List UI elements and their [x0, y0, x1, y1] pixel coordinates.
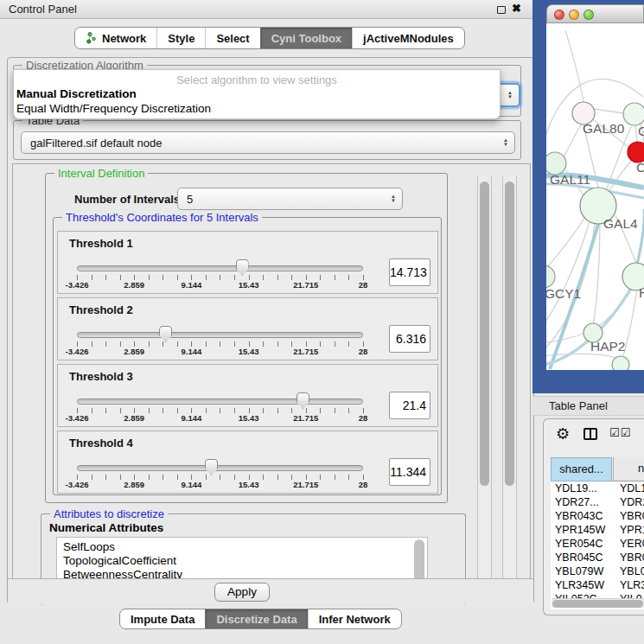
thresholds-group: Threshold's Coordinates for 5 Intervals … [53, 217, 442, 495]
panel-scrollbar[interactable] [502, 176, 517, 583]
table-row[interactable]: YBR045CYBR0 [551, 551, 644, 564]
numerical-attributes-label: Numerical Attributes [49, 521, 163, 534]
network-edge[interactable] [564, 124, 582, 157]
network-node-g[interactable] [623, 103, 644, 125]
tab-jactivemnodules[interactable]: jActiveMNodules [352, 28, 464, 48]
threshold-label: Threshold 4 [69, 437, 133, 450]
table-header: shared... na [551, 457, 644, 481]
cell-name: YBL0 [620, 564, 644, 578]
tab-label: Discretize Data [216, 613, 296, 626]
gear-icon[interactable]: ⚙ [556, 424, 570, 443]
slider-track[interactable] [77, 332, 363, 338]
column-header-shared-name[interactable]: shared... [551, 457, 612, 481]
apply-bar: Apply [8, 578, 533, 604]
network-edge[interactable] [635, 125, 637, 143]
network-edge[interactable] [565, 30, 583, 102]
attribute-item-topologicalcoefficient[interactable]: TopologicalCoefficient [57, 554, 427, 568]
number-of-intervals-value: 5 [187, 188, 193, 209]
table-row[interactable]: YBL079WYBL0 [551, 564, 644, 578]
network-node-gcy1[interactable] [546, 265, 555, 288]
table-hscrollbar[interactable] [552, 598, 644, 608]
tab-network[interactable]: Network [75, 28, 156, 48]
apply-button[interactable]: Apply [214, 583, 270, 602]
network-canvas[interactable]: GAL80GCGAL11GAL4GCY1HHAP2 [546, 23, 644, 370]
network-window: GAL80GCGAL11GAL4GCY1HHAP2 [532, 0, 644, 393]
table-hscrollbar-thumb[interactable] [552, 600, 643, 608]
tab-impute-data[interactable]: Impute Data [120, 609, 205, 628]
content-scrollbar-thumb[interactable] [480, 182, 489, 486]
threshold-value-field[interactable]: 6.316 [389, 325, 430, 353]
tab-discretize-data[interactable]: Discretize Data [205, 609, 307, 628]
close-traffic-light[interactable] [554, 10, 564, 20]
tick-label: 2.859 [124, 413, 144, 423]
table-row[interactable]: YER054CYER0 [551, 537, 644, 551]
network-node-label: GAL80 [583, 121, 625, 136]
slider-track[interactable] [77, 265, 363, 271]
cell-name: YDR2 [620, 495, 644, 509]
tab-cyni-toolbox[interactable]: Cyni Toolbox [260, 28, 352, 48]
network-node[interactable] [612, 356, 629, 370]
network-edge[interactable] [546, 354, 620, 359]
zoom-traffic-light[interactable] [583, 10, 594, 20]
network-node-label: GAL4 [603, 216, 638, 231]
dropdown-option-equal-width[interactable]: Equal Width/Frequency Discretization [14, 101, 500, 116]
slider-tick-labels: -3.4262.8599.14415.4321.71528 [77, 480, 363, 490]
tab-select[interactable]: Select [205, 28, 259, 48]
slider-tick-labels: -3.4262.8599.14415.4321.71528 [77, 280, 363, 290]
table-row[interactable]: YDL19...YDL1 [551, 481, 644, 495]
columns-icon[interactable] [583, 428, 597, 440]
slider-tick-labels: -3.4262.8599.14415.4321.71528 [77, 413, 363, 424]
close-icon[interactable]: ✖ [512, 2, 521, 15]
checkbox-icons[interactable]: ☑☑ [609, 426, 631, 439]
cell-name: YBR0 [620, 551, 644, 564]
minimize-traffic-light[interactable] [569, 10, 579, 20]
network-node-label: HAP2 [590, 339, 626, 354]
slider-thumb[interactable] [205, 459, 218, 475]
network-edge[interactable] [546, 332, 588, 343]
table-row[interactable]: YPR145WYPR1 [551, 523, 644, 537]
table-panel-title: Table Panel [549, 397, 608, 416]
slider-track[interactable] [77, 465, 363, 471]
network-edge[interactable] [546, 217, 585, 276]
panel-scrollbar-thumb[interactable] [505, 182, 514, 486]
slider-thumb[interactable] [236, 259, 249, 276]
threshold-value-field[interactable]: 11.344 [389, 458, 430, 486]
threshold-value-field[interactable]: 14.713 [389, 258, 430, 286]
float-icon[interactable] [497, 6, 506, 14]
dropdown-option-manual[interactable]: Manual Discretization [14, 86, 500, 101]
list-scrollbar-thumb[interactable] [414, 539, 424, 583]
slider-thumb[interactable] [159, 326, 172, 342]
cell-shared-name: YBR043C [555, 509, 603, 523]
control-panel-titlebar: Control Panel ✖ [0, 0, 532, 19]
combo-arrows-icon: ▲▼ [507, 91, 513, 99]
threshold-panel: Threshold 2 -3.4262.8599.14415.4321.7152… [57, 297, 438, 360]
attribute-item-selfloops[interactable]: SelfLoops [57, 540, 427, 554]
table-row[interactable]: YLR345WYLR3 [551, 578, 644, 592]
threshold-label: Threshold 2 [69, 303, 133, 316]
table-row[interactable]: YBR043CYBR0 [551, 509, 644, 523]
content-scrollbar[interactable] [477, 176, 492, 583]
combo-arrows-icon: ▲▼ [391, 194, 396, 203]
cell-name: YLR3 [620, 578, 644, 592]
cell-shared-name: YLR345W [555, 578, 604, 592]
network-node-label: G [638, 124, 644, 138]
tick-label: 15.43 [239, 480, 259, 489]
number-of-intervals-combobox[interactable]: 5 ▲▼ [177, 188, 403, 210]
threshold-value-field[interactable]: 21.4 [389, 392, 430, 419]
slider-thumb[interactable] [296, 392, 309, 409]
slider-track[interactable] [77, 399, 363, 405]
interval-definition-group: Interval Definition Number of Intervals … [45, 173, 448, 503]
thresholds-group-label: Threshold's Coordinates for 5 Intervals [62, 211, 262, 224]
cell-name: YPR1 [620, 523, 644, 537]
table-data-combobox[interactable]: galFiltered.sif default node ▲▼ [21, 131, 515, 154]
node-table[interactable]: shared... na YDL19...YDL1YDR27...YDR2YBR… [551, 457, 644, 609]
column-header-name[interactable]: na [613, 457, 644, 481]
network-edge[interactable] [594, 109, 624, 113]
tick-label: 15.43 [239, 413, 259, 423]
cell-shared-name: YBL079W [555, 564, 603, 578]
table-panel-titlebar: Table Panel [532, 396, 644, 416]
tab-infer-network[interactable]: Infer Network [308, 609, 401, 628]
tab-style[interactable]: Style [156, 28, 205, 48]
threshold-panel: Threshold 1 -3.4262.8599.14415.4321.7152… [57, 231, 438, 294]
table-row[interactable]: YDR27...YDR2 [551, 495, 644, 509]
